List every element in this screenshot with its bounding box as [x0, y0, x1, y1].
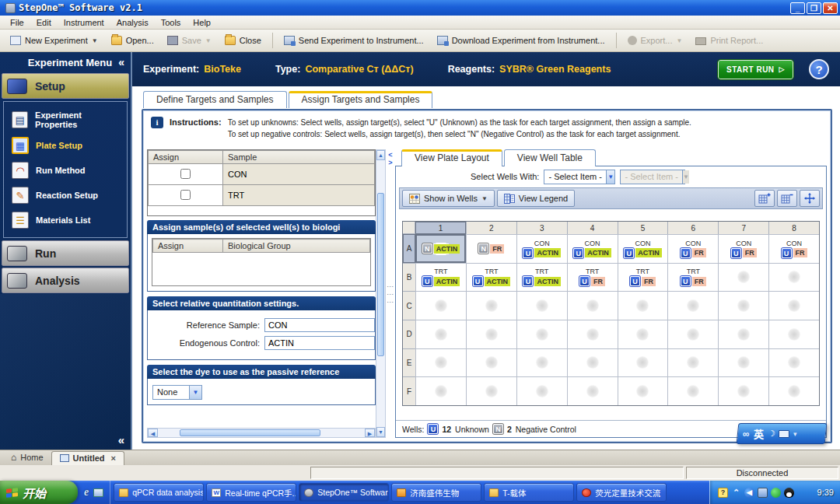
well-E7[interactable] — [718, 348, 768, 377]
well-C5[interactable] — [618, 291, 668, 320]
menu-analysis[interactable]: Analysis — [111, 17, 154, 28]
well-B1[interactable]: TRTUACTIN — [415, 263, 466, 292]
well-B7[interactable] — [718, 263, 768, 292]
assign-checkbox-con[interactable] — [180, 169, 191, 179]
well-C3[interactable] — [516, 291, 567, 320]
zoom-in-plate-button[interactable] — [754, 190, 775, 207]
well-A8[interactable]: CONUFR — [768, 234, 819, 263]
splitter-handle[interactable]: ⋮⋮⋮ — [389, 283, 392, 306]
left-pane-vertical-scrollbar[interactable]: ▲ ▼ — [376, 149, 386, 438]
sidebar-collapse-button[interactable]: « — [118, 56, 124, 68]
well-A6[interactable]: CONUFR — [667, 234, 718, 263]
well-E5[interactable] — [618, 348, 668, 377]
well-A4[interactable]: CONUACTIN — [567, 234, 618, 263]
well-D3[interactable] — [516, 320, 567, 348]
taskbar-task-qpcr-data-analysis[interactable]: qPCR data analysis — [114, 483, 204, 502]
tab-define-targets-and-samples[interactable]: Define Targets and Samples — [143, 91, 287, 108]
well-E2[interactable] — [466, 348, 516, 377]
plate-column-header-4[interactable]: 4 — [567, 222, 618, 234]
pane-splitter[interactable]: < > ⋮⋮⋮ — [386, 149, 395, 438]
show-desktop-icon[interactable] — [93, 488, 103, 497]
plate-row-header-D[interactable]: D — [403, 320, 415, 348]
minimize-button[interactable]: _ — [790, 2, 805, 14]
view-legend-button[interactable]: View Legend — [497, 190, 575, 207]
reference-sample-field[interactable] — [264, 318, 375, 332]
menu-instrument[interactable]: Instrument — [58, 17, 110, 28]
well-D5[interactable] — [618, 320, 668, 348]
vertical-scroll-thumb[interactable] — [377, 193, 384, 356]
sidebar-item-reaction-setup[interactable]: ✎Reaction Setup — [7, 183, 124, 208]
well-C1[interactable] — [415, 291, 466, 320]
tray-network-icon[interactable] — [758, 488, 768, 498]
start-button[interactable]: 开始 — [0, 481, 78, 504]
tab-home[interactable]: ⌂ Home — [3, 450, 51, 465]
well-B6[interactable]: TRTUFR — [667, 263, 718, 292]
well-D1[interactable] — [415, 320, 466, 348]
well-F7[interactable] — [718, 376, 768, 405]
tray-help-icon[interactable]: ? — [718, 488, 728, 498]
plate-column-header-8[interactable]: 8 — [768, 222, 819, 234]
plate-column-header-1[interactable]: 1 — [415, 222, 466, 234]
plate-column-header-7[interactable]: 7 — [718, 222, 768, 234]
start-run-button[interactable]: START RUN ▷ — [718, 60, 793, 79]
tray-device-icon[interactable]: ⌃ — [731, 488, 741, 498]
well-C6[interactable] — [667, 291, 718, 320]
sidebar-section-setup[interactable]: Setup — [2, 73, 129, 99]
close-experiment-button[interactable]: Close — [219, 33, 267, 48]
well-E8[interactable] — [768, 348, 819, 377]
taskbar-task-stepone-softwar-[interactable]: StepOne™ Softwar... — [299, 483, 389, 502]
well-D7[interactable] — [718, 320, 768, 348]
collapse-right-arrow[interactable]: > — [388, 159, 392, 166]
well-E6[interactable] — [667, 348, 718, 377]
well-D2[interactable] — [466, 320, 516, 348]
well-A7[interactable]: CONUFR — [718, 234, 768, 263]
sample-name-cell[interactable]: TRT — [223, 185, 375, 206]
download-experiment-button[interactable]: Download Experiment from Instrument... — [432, 33, 611, 48]
sidebar-item-experiment-properties[interactable]: ▤Experiment Properties — [7, 107, 124, 133]
restore-button[interactable]: ❐ — [807, 2, 821, 14]
menu-help[interactable]: Help — [187, 17, 216, 28]
show-in-wells-button[interactable]: Show in Wells▼ — [402, 190, 495, 207]
internet-explorer-icon[interactable]: e — [84, 486, 89, 499]
well-E4[interactable] — [567, 348, 618, 377]
well-B2[interactable]: TRTUACTIN — [466, 263, 516, 292]
well-A2[interactable]: NFR — [466, 234, 516, 263]
well-A1[interactable]: NACTIN — [415, 234, 466, 263]
well-F1[interactable] — [415, 376, 466, 405]
tab-view-well-table[interactable]: View Well Table — [504, 149, 596, 166]
scroll-right-arrow[interactable]: ▶ — [365, 429, 375, 437]
fit-plate-button[interactable] — [800, 190, 820, 207]
new-experiment-button[interactable]: New Experiment▼ — [5, 33, 103, 48]
plate-row-header-B[interactable]: B — [403, 263, 415, 292]
tray-qq-icon[interactable] — [784, 488, 794, 498]
well-F6[interactable] — [667, 376, 718, 405]
endogenous-control-field[interactable] — [264, 336, 375, 350]
well-C2[interactable] — [466, 291, 516, 320]
ime-fullhalf-icon[interactable]: ☽ — [768, 429, 775, 439]
select-wells-dropdown-2[interactable]: - Select Item - ▼ — [620, 170, 685, 184]
taskbar-task-t-[interactable]: T-载体 — [484, 483, 574, 502]
sidebar-item-materials-list[interactable]: ☰Materials List — [7, 208, 124, 233]
well-D8[interactable] — [768, 320, 819, 348]
sidebar-bottom-collapse-button[interactable]: « — [118, 433, 124, 446]
well-F8[interactable] — [768, 376, 819, 405]
print-report-button[interactable]: Print Report... — [690, 33, 768, 48]
well-A3[interactable]: CONUACTIN — [516, 234, 567, 263]
well-B3[interactable]: TRTUACTIN — [516, 263, 567, 292]
well-B5[interactable]: TRTUFR — [618, 263, 668, 292]
plate-column-header-2[interactable]: 2 — [466, 222, 516, 234]
well-F3[interactable] — [516, 376, 567, 405]
passive-reference-dropdown[interactable]: None ▼ — [152, 385, 202, 400]
scroll-down-arrow[interactable]: ▼ — [376, 427, 385, 437]
well-D6[interactable] — [667, 320, 718, 348]
well-F4[interactable] — [567, 376, 618, 405]
plate-corner-cell[interactable] — [403, 222, 415, 234]
plate-row-header-C[interactable]: C — [403, 291, 415, 320]
select-wells-dropdown-1[interactable]: - Select Item - ▼ — [544, 170, 615, 184]
tray-media-icon[interactable]: ◀ — [744, 488, 754, 498]
taskbar-task--[interactable]: 济南盛伟生物 — [391, 483, 481, 502]
left-pane-horizontal-scrollbar[interactable]: ◀ ▶ — [147, 428, 376, 438]
well-C8[interactable] — [768, 291, 819, 320]
send-experiment-button[interactable]: Send Experiment to Instrument... — [278, 33, 429, 48]
well-D4[interactable] — [567, 320, 618, 348]
